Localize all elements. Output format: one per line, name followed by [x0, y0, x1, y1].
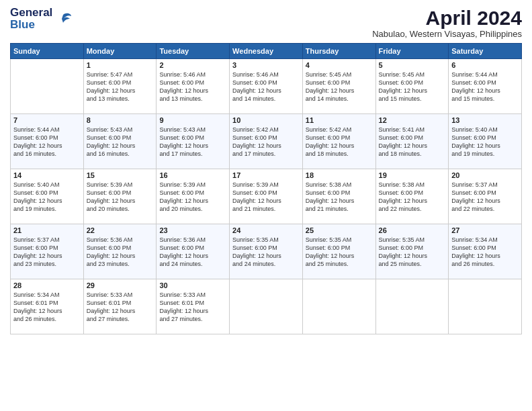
- day-number: 25: [306, 226, 373, 234]
- calendar-cell: 18Sunrise: 5:38 AM Sunset: 6:00 PM Dayli…: [302, 169, 375, 224]
- day-number: 12: [379, 116, 446, 124]
- calendar-cell: 2Sunrise: 5:46 AM Sunset: 6:00 PM Daylig…: [157, 59, 230, 114]
- day-number: 4: [306, 61, 373, 69]
- week-row-3: 14Sunrise: 5:40 AM Sunset: 6:00 PM Dayli…: [11, 169, 522, 224]
- cell-info: Sunrise: 5:38 AM Sunset: 6:00 PM Dayligh…: [306, 181, 373, 214]
- day-number: 15: [87, 171, 154, 179]
- week-row-5: 28Sunrise: 5:34 AM Sunset: 6:01 PM Dayli…: [11, 279, 522, 334]
- calendar-cell: 3Sunrise: 5:46 AM Sunset: 6:00 PM Daylig…: [230, 59, 303, 114]
- calendar-cell: 26Sunrise: 5:35 AM Sunset: 6:00 PM Dayli…: [375, 224, 449, 279]
- cell-info: Sunrise: 5:42 AM Sunset: 6:00 PM Dayligh…: [232, 126, 300, 158]
- calendar-cell: 14Sunrise: 5:40 AM Sunset: 6:00 PM Dayli…: [11, 169, 84, 224]
- header-cell-friday: Friday: [375, 44, 449, 59]
- cell-info: Sunrise: 5:39 AM Sunset: 6:00 PM Dayligh…: [159, 181, 226, 214]
- calendar-cell: 6Sunrise: 5:44 AM Sunset: 6:00 PM Daylig…: [449, 59, 522, 114]
- day-number: 19: [379, 171, 446, 179]
- calendar-cell: 23Sunrise: 5:36 AM Sunset: 6:00 PM Dayli…: [157, 224, 230, 279]
- day-number: 21: [13, 226, 81, 234]
- day-number: 17: [232, 171, 300, 179]
- header-cell-monday: Monday: [83, 44, 157, 59]
- cell-info: Sunrise: 5:37 AM Sunset: 6:00 PM Dayligh…: [13, 236, 81, 269]
- cell-info: Sunrise: 5:46 AM Sunset: 6:00 PM Dayligh…: [232, 71, 300, 103]
- day-number: 22: [87, 226, 154, 234]
- calendar-cell: 9Sunrise: 5:43 AM Sunset: 6:00 PM Daylig…: [157, 114, 230, 169]
- calendar-cell: 28Sunrise: 5:34 AM Sunset: 6:01 PM Dayli…: [11, 279, 84, 334]
- calendar-cell: [230, 279, 303, 334]
- calendar-cell: 17Sunrise: 5:39 AM Sunset: 6:00 PM Dayli…: [230, 169, 303, 224]
- calendar-cell: 13Sunrise: 5:40 AM Sunset: 6:00 PM Dayli…: [449, 114, 522, 169]
- cell-info: Sunrise: 5:42 AM Sunset: 6:00 PM Dayligh…: [306, 126, 373, 158]
- header: General Blue April 2024 Nabulao, Western…: [10, 7, 522, 39]
- day-number: 28: [13, 281, 81, 289]
- calendar-cell: 25Sunrise: 5:35 AM Sunset: 6:00 PM Dayli…: [302, 224, 375, 279]
- calendar-cell: 21Sunrise: 5:37 AM Sunset: 6:00 PM Dayli…: [11, 224, 84, 279]
- header-cell-saturday: Saturday: [449, 44, 522, 59]
- day-number: 26: [379, 226, 446, 234]
- cell-info: Sunrise: 5:35 AM Sunset: 6:00 PM Dayligh…: [232, 236, 300, 269]
- cell-info: Sunrise: 5:44 AM Sunset: 6:00 PM Dayligh…: [451, 71, 519, 103]
- cell-info: Sunrise: 5:35 AM Sunset: 6:00 PM Dayligh…: [306, 236, 373, 269]
- calendar-table: SundayMondayTuesdayWednesdayThursdayFrid…: [10, 43, 522, 334]
- page: General Blue April 2024 Nabulao, Western…: [0, 0, 532, 411]
- cell-info: Sunrise: 5:47 AM Sunset: 6:00 PM Dayligh…: [87, 71, 154, 103]
- cell-info: Sunrise: 5:35 AM Sunset: 6:00 PM Dayligh…: [379, 236, 446, 269]
- day-number: 9: [159, 116, 226, 124]
- cell-info: Sunrise: 5:39 AM Sunset: 6:00 PM Dayligh…: [87, 181, 154, 214]
- cell-info: Sunrise: 5:45 AM Sunset: 6:00 PM Dayligh…: [379, 71, 446, 103]
- cell-info: Sunrise: 5:45 AM Sunset: 6:00 PM Dayligh…: [306, 71, 373, 103]
- logo-bird-icon: [54, 9, 73, 28]
- calendar-cell: 16Sunrise: 5:39 AM Sunset: 6:00 PM Dayli…: [157, 169, 230, 224]
- calendar-cell: 24Sunrise: 5:35 AM Sunset: 6:00 PM Dayli…: [230, 224, 303, 279]
- cell-info: Sunrise: 5:41 AM Sunset: 6:00 PM Dayligh…: [379, 126, 446, 158]
- cell-info: Sunrise: 5:36 AM Sunset: 6:00 PM Dayligh…: [159, 236, 226, 269]
- cell-info: Sunrise: 5:37 AM Sunset: 6:00 PM Dayligh…: [451, 181, 519, 214]
- cell-info: Sunrise: 5:33 AM Sunset: 6:01 PM Dayligh…: [159, 291, 226, 324]
- header-cell-tuesday: Tuesday: [157, 44, 230, 59]
- day-number: 30: [159, 281, 226, 289]
- cell-info: Sunrise: 5:43 AM Sunset: 6:00 PM Dayligh…: [87, 126, 154, 158]
- calendar-cell: 29Sunrise: 5:33 AM Sunset: 6:01 PM Dayli…: [83, 279, 157, 334]
- week-row-4: 21Sunrise: 5:37 AM Sunset: 6:00 PM Dayli…: [11, 224, 522, 279]
- cell-info: Sunrise: 5:40 AM Sunset: 6:00 PM Dayligh…: [13, 181, 81, 214]
- cell-info: Sunrise: 5:46 AM Sunset: 6:00 PM Dayligh…: [159, 71, 226, 103]
- calendar-cell: 12Sunrise: 5:41 AM Sunset: 6:00 PM Dayli…: [375, 114, 449, 169]
- cell-info: Sunrise: 5:36 AM Sunset: 6:00 PM Dayligh…: [87, 236, 154, 269]
- month-title: April 2024: [372, 7, 522, 29]
- header-cell-sunday: Sunday: [11, 44, 84, 59]
- calendar-cell: [449, 279, 522, 334]
- cell-info: Sunrise: 5:38 AM Sunset: 6:00 PM Dayligh…: [379, 181, 446, 214]
- calendar-cell: 8Sunrise: 5:43 AM Sunset: 6:00 PM Daylig…: [83, 114, 157, 169]
- calendar-cell: 20Sunrise: 5:37 AM Sunset: 6:00 PM Dayli…: [449, 169, 522, 224]
- day-number: 6: [451, 61, 519, 69]
- cell-info: Sunrise: 5:44 AM Sunset: 6:00 PM Dayligh…: [13, 126, 81, 158]
- cell-info: Sunrise: 5:34 AM Sunset: 6:00 PM Dayligh…: [451, 236, 519, 269]
- week-row-2: 7Sunrise: 5:44 AM Sunset: 6:00 PM Daylig…: [11, 114, 522, 169]
- calendar-cell: 22Sunrise: 5:36 AM Sunset: 6:00 PM Dayli…: [83, 224, 157, 279]
- day-number: 7: [13, 116, 81, 124]
- day-number: 18: [306, 171, 373, 179]
- calendar-cell: 11Sunrise: 5:42 AM Sunset: 6:00 PM Dayli…: [302, 114, 375, 169]
- day-number: 16: [159, 171, 226, 179]
- calendar-cell: [302, 279, 375, 334]
- day-number: 5: [379, 61, 446, 69]
- logo-line2: Blue: [10, 19, 52, 31]
- day-number: 27: [451, 226, 519, 234]
- day-number: 14: [13, 171, 81, 179]
- calendar-cell: [375, 279, 449, 334]
- calendar-cell: [11, 59, 84, 114]
- day-number: 11: [306, 116, 373, 124]
- day-number: 8: [87, 116, 154, 124]
- day-number: 2: [159, 61, 226, 69]
- day-number: 1: [87, 61, 154, 69]
- location: Nabulao, Western Visayas, Philippines: [372, 29, 522, 39]
- cell-info: Sunrise: 5:33 AM Sunset: 6:01 PM Dayligh…: [87, 291, 154, 324]
- calendar-cell: 27Sunrise: 5:34 AM Sunset: 6:00 PM Dayli…: [449, 224, 522, 279]
- cell-info: Sunrise: 5:34 AM Sunset: 6:01 PM Dayligh…: [13, 291, 81, 324]
- calendar-cell: 4Sunrise: 5:45 AM Sunset: 6:00 PM Daylig…: [302, 59, 375, 114]
- day-number: 3: [232, 61, 300, 69]
- day-number: 29: [87, 281, 154, 289]
- calendar-cell: 30Sunrise: 5:33 AM Sunset: 6:01 PM Dayli…: [157, 279, 230, 334]
- calendar-cell: 15Sunrise: 5:39 AM Sunset: 6:00 PM Dayli…: [83, 169, 157, 224]
- cell-info: Sunrise: 5:43 AM Sunset: 6:00 PM Dayligh…: [159, 126, 226, 158]
- header-cell-thursday: Thursday: [302, 44, 375, 59]
